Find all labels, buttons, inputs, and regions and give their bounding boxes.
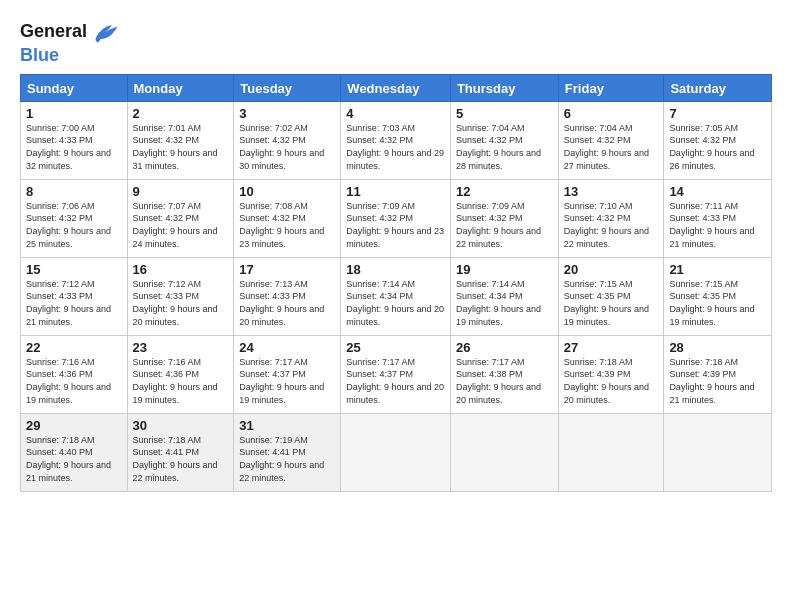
day-info: Sunrise: 7:04 AMSunset: 4:32 PMDaylight:… — [456, 123, 541, 171]
day-cell: 18 Sunrise: 7:14 AMSunset: 4:34 PMDaylig… — [341, 257, 451, 335]
day-cell: 19 Sunrise: 7:14 AMSunset: 4:34 PMDaylig… — [450, 257, 558, 335]
day-info: Sunrise: 7:16 AMSunset: 4:36 PMDaylight:… — [26, 357, 111, 405]
day-info: Sunrise: 7:10 AMSunset: 4:32 PMDaylight:… — [564, 201, 649, 249]
day-cell — [450, 413, 558, 491]
col-header-monday: Monday — [127, 74, 234, 101]
day-info: Sunrise: 7:00 AMSunset: 4:33 PMDaylight:… — [26, 123, 111, 171]
day-info: Sunrise: 7:14 AMSunset: 4:34 PMDaylight:… — [456, 279, 541, 327]
day-number: 14 — [669, 184, 766, 199]
day-cell: 30 Sunrise: 7:18 AMSunset: 4:41 PMDaylig… — [127, 413, 234, 491]
day-info: Sunrise: 7:13 AMSunset: 4:33 PMDaylight:… — [239, 279, 324, 327]
day-info: Sunrise: 7:09 AMSunset: 4:32 PMDaylight:… — [346, 201, 444, 249]
header: General Blue — [20, 18, 772, 66]
logo-text: General — [20, 22, 87, 42]
day-cell — [558, 413, 664, 491]
day-info: Sunrise: 7:12 AMSunset: 4:33 PMDaylight:… — [26, 279, 111, 327]
day-cell: 2 Sunrise: 7:01 AMSunset: 4:32 PMDayligh… — [127, 101, 234, 179]
day-info: Sunrise: 7:18 AMSunset: 4:40 PMDaylight:… — [26, 435, 111, 483]
day-number: 5 — [456, 106, 553, 121]
day-number: 25 — [346, 340, 445, 355]
day-info: Sunrise: 7:12 AMSunset: 4:33 PMDaylight:… — [133, 279, 218, 327]
day-cell: 13 Sunrise: 7:10 AMSunset: 4:32 PMDaylig… — [558, 179, 664, 257]
day-cell: 6 Sunrise: 7:04 AMSunset: 4:32 PMDayligh… — [558, 101, 664, 179]
day-number: 7 — [669, 106, 766, 121]
day-info: Sunrise: 7:16 AMSunset: 4:36 PMDaylight:… — [133, 357, 218, 405]
day-info: Sunrise: 7:08 AMSunset: 4:32 PMDaylight:… — [239, 201, 324, 249]
day-cell: 7 Sunrise: 7:05 AMSunset: 4:32 PMDayligh… — [664, 101, 772, 179]
day-number: 1 — [26, 106, 122, 121]
day-number: 30 — [133, 418, 229, 433]
day-info: Sunrise: 7:18 AMSunset: 4:39 PMDaylight:… — [564, 357, 649, 405]
day-number: 9 — [133, 184, 229, 199]
header-row: SundayMondayTuesdayWednesdayThursdayFrid… — [21, 74, 772, 101]
col-header-tuesday: Tuesday — [234, 74, 341, 101]
day-number: 20 — [564, 262, 659, 277]
logo-bird-icon — [89, 18, 121, 46]
day-info: Sunrise: 7:11 AMSunset: 4:33 PMDaylight:… — [669, 201, 754, 249]
day-cell: 9 Sunrise: 7:07 AMSunset: 4:32 PMDayligh… — [127, 179, 234, 257]
day-info: Sunrise: 7:04 AMSunset: 4:32 PMDaylight:… — [564, 123, 649, 171]
col-header-sunday: Sunday — [21, 74, 128, 101]
day-cell: 3 Sunrise: 7:02 AMSunset: 4:32 PMDayligh… — [234, 101, 341, 179]
day-number: 27 — [564, 340, 659, 355]
day-number: 18 — [346, 262, 445, 277]
day-info: Sunrise: 7:14 AMSunset: 4:34 PMDaylight:… — [346, 279, 444, 327]
day-number: 23 — [133, 340, 229, 355]
day-info: Sunrise: 7:15 AMSunset: 4:35 PMDaylight:… — [564, 279, 649, 327]
logo: General Blue — [20, 18, 121, 66]
day-number: 31 — [239, 418, 335, 433]
day-number: 24 — [239, 340, 335, 355]
day-cell: 22 Sunrise: 7:16 AMSunset: 4:36 PMDaylig… — [21, 335, 128, 413]
day-number: 17 — [239, 262, 335, 277]
day-number: 28 — [669, 340, 766, 355]
day-cell: 20 Sunrise: 7:15 AMSunset: 4:35 PMDaylig… — [558, 257, 664, 335]
day-cell: 14 Sunrise: 7:11 AMSunset: 4:33 PMDaylig… — [664, 179, 772, 257]
day-number: 4 — [346, 106, 445, 121]
day-number: 2 — [133, 106, 229, 121]
week-row-2: 8 Sunrise: 7:06 AMSunset: 4:32 PMDayligh… — [21, 179, 772, 257]
week-row-5: 29 Sunrise: 7:18 AMSunset: 4:40 PMDaylig… — [21, 413, 772, 491]
day-cell: 8 Sunrise: 7:06 AMSunset: 4:32 PMDayligh… — [21, 179, 128, 257]
day-cell — [341, 413, 451, 491]
day-cell: 5 Sunrise: 7:04 AMSunset: 4:32 PMDayligh… — [450, 101, 558, 179]
day-number: 3 — [239, 106, 335, 121]
day-cell: 10 Sunrise: 7:08 AMSunset: 4:32 PMDaylig… — [234, 179, 341, 257]
day-number: 29 — [26, 418, 122, 433]
day-cell: 16 Sunrise: 7:12 AMSunset: 4:33 PMDaylig… — [127, 257, 234, 335]
day-cell: 23 Sunrise: 7:16 AMSunset: 4:36 PMDaylig… — [127, 335, 234, 413]
col-header-thursday: Thursday — [450, 74, 558, 101]
day-cell: 31 Sunrise: 7:19 AMSunset: 4:41 PMDaylig… — [234, 413, 341, 491]
day-number: 15 — [26, 262, 122, 277]
day-number: 8 — [26, 184, 122, 199]
day-cell: 17 Sunrise: 7:13 AMSunset: 4:33 PMDaylig… — [234, 257, 341, 335]
day-number: 13 — [564, 184, 659, 199]
day-info: Sunrise: 7:06 AMSunset: 4:32 PMDaylight:… — [26, 201, 111, 249]
day-info: Sunrise: 7:19 AMSunset: 4:41 PMDaylight:… — [239, 435, 324, 483]
calendar-table: SundayMondayTuesdayWednesdayThursdayFrid… — [20, 74, 772, 492]
day-info: Sunrise: 7:15 AMSunset: 4:35 PMDaylight:… — [669, 279, 754, 327]
day-cell: 29 Sunrise: 7:18 AMSunset: 4:40 PMDaylig… — [21, 413, 128, 491]
day-info: Sunrise: 7:09 AMSunset: 4:32 PMDaylight:… — [456, 201, 541, 249]
day-cell: 24 Sunrise: 7:17 AMSunset: 4:37 PMDaylig… — [234, 335, 341, 413]
week-row-1: 1 Sunrise: 7:00 AMSunset: 4:33 PMDayligh… — [21, 101, 772, 179]
col-header-friday: Friday — [558, 74, 664, 101]
day-cell: 1 Sunrise: 7:00 AMSunset: 4:33 PMDayligh… — [21, 101, 128, 179]
day-number: 16 — [133, 262, 229, 277]
day-number: 12 — [456, 184, 553, 199]
day-cell: 11 Sunrise: 7:09 AMSunset: 4:32 PMDaylig… — [341, 179, 451, 257]
day-info: Sunrise: 7:07 AMSunset: 4:32 PMDaylight:… — [133, 201, 218, 249]
day-info: Sunrise: 7:02 AMSunset: 4:32 PMDaylight:… — [239, 123, 324, 171]
day-cell: 26 Sunrise: 7:17 AMSunset: 4:38 PMDaylig… — [450, 335, 558, 413]
day-cell: 25 Sunrise: 7:17 AMSunset: 4:37 PMDaylig… — [341, 335, 451, 413]
day-number: 19 — [456, 262, 553, 277]
day-info: Sunrise: 7:05 AMSunset: 4:32 PMDaylight:… — [669, 123, 754, 171]
week-row-3: 15 Sunrise: 7:12 AMSunset: 4:33 PMDaylig… — [21, 257, 772, 335]
day-cell — [664, 413, 772, 491]
logo-blue-text: Blue — [20, 45, 59, 65]
day-cell: 27 Sunrise: 7:18 AMSunset: 4:39 PMDaylig… — [558, 335, 664, 413]
day-cell: 4 Sunrise: 7:03 AMSunset: 4:32 PMDayligh… — [341, 101, 451, 179]
day-info: Sunrise: 7:17 AMSunset: 4:37 PMDaylight:… — [239, 357, 324, 405]
week-row-4: 22 Sunrise: 7:16 AMSunset: 4:36 PMDaylig… — [21, 335, 772, 413]
day-info: Sunrise: 7:18 AMSunset: 4:41 PMDaylight:… — [133, 435, 218, 483]
day-number: 6 — [564, 106, 659, 121]
